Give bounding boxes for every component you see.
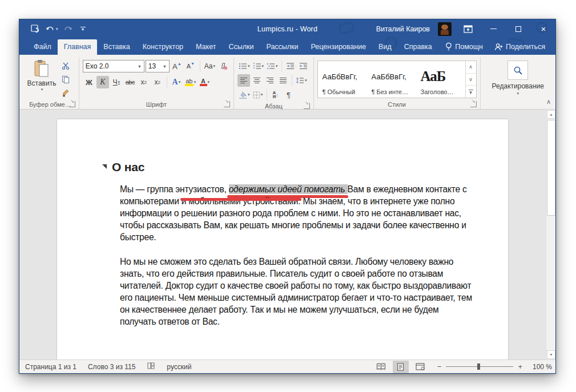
scroll-up-button[interactable]: ▲ [547,110,555,119]
document-page[interactable]: О нас Мы — группа энтузиастов, одержимых… [57,119,508,359]
collapse-ribbon-button[interactable]: ∧ [546,98,551,106]
style-no-spacing[interactable]: АаБбВвГг, ¶ Без инте… [367,61,416,98]
gallery-more-button[interactable]: ▾ [466,86,476,98]
language-status[interactable]: русский [167,363,191,371]
cut-button[interactable] [59,59,72,72]
undo-button[interactable]: ▾ [46,25,58,33]
scissors-icon [62,62,70,70]
minimize-button[interactable] [485,22,502,36]
tab-file[interactable]: Файл [27,39,58,55]
tab-insert[interactable]: Вставка [97,39,136,55]
align-right-button[interactable] [264,74,276,87]
paragraph-dialog-launcher[interactable] [304,103,310,109]
web-layout-button[interactable] [412,361,428,373]
style-heading1[interactable]: АаБ Заголово… [416,61,465,98]
paint-bucket-icon [239,91,247,99]
word-count-status[interactable]: Слово 3 из 115 [88,363,135,371]
font-name-combo[interactable]: Exo 2.0 ▼ [83,60,144,72]
font-size-combo[interactable]: 13 ▼ [146,60,170,72]
p1-selected-phrase[interactable]: одержимых идеей помогать [229,184,348,194]
shading-button[interactable]: ▾ [237,88,251,101]
clear-formatting-button[interactable] [217,60,230,72]
align-center-button[interactable] [251,74,263,87]
styles-dialog-launcher[interactable] [470,101,477,107]
copy-button[interactable] [59,73,72,86]
tell-me-button[interactable]: Помощн [441,39,488,55]
page-count-status[interactable]: Страница 1 из 1 [25,363,76,371]
clipboard-dialog-launcher[interactable] [69,101,75,107]
close-button[interactable]: × [535,22,552,36]
paste-button[interactable]: Вставить ▾ [25,58,58,99]
superscript-button[interactable]: x2 [151,76,164,88]
zoom-in-button[interactable]: + [518,362,522,371]
show-marks-button[interactable]: ¶ [283,88,295,101]
maximize-button[interactable] [510,22,527,36]
save-icon[interactable] [31,25,40,33]
read-mode-button[interactable] [373,361,389,373]
document-heading[interactable]: О нас [112,160,508,174]
customize-qat-button[interactable]: ▾ [80,27,86,31]
account-name[interactable]: Виталий Каиров [376,25,430,33]
format-painter-button[interactable] [59,87,72,99]
paragraph-1[interactable]: Мы — группа энтузиастов, одержимых идеей… [120,183,476,243]
proofing-status[interactable] [147,362,155,372]
chevron-down-icon: ▼ [138,64,142,68]
borders-button[interactable]: ▾ [252,88,264,101]
style-normal[interactable]: АаБбВвГг, ¶ Обычный [318,61,367,98]
font-dialog-launcher[interactable] [224,101,230,107]
chevron-down-icon: ▾ [41,87,43,92]
tab-home[interactable]: Главная [58,39,98,55]
align-left-icon [240,77,248,84]
font-color-button[interactable]: А ▾ [198,76,211,88]
tab-view[interactable]: Вид [372,39,398,55]
zoom-slider-thumb[interactable] [477,363,480,370]
multilevel-list-button[interactable]: ▾ [265,60,279,72]
sort-button[interactable]: А Я ↓ [269,88,282,101]
divider [200,60,200,72]
editing-dropdown-button[interactable]: Редактирование ▾ [484,58,552,99]
gallery-scroll-down-button[interactable]: ∨ [466,74,476,86]
align-left-button[interactable] [237,74,250,87]
vertical-scrollbar[interactable]: ▲ ▼ [546,110,555,359]
underline-button[interactable]: Ч▾ [110,76,123,88]
italic-button[interactable]: К [96,76,109,88]
scrollbar-thumb[interactable] [547,120,555,216]
tab-review[interactable]: Рецензирование [305,39,373,55]
tab-design[interactable]: Конструктор [136,39,190,55]
paragraph-group-label: Абзац [265,103,283,110]
text-highlight-button[interactable]: ab ▾ [184,76,198,88]
find-button[interactable] [507,60,528,80]
ribbon-display-options-button[interactable] [460,22,477,36]
numbering-button[interactable]: ▾ [252,60,265,72]
line-spacing-button[interactable]: ▾ [295,74,308,87]
change-case-button[interactable]: Aa▾ [203,60,216,72]
increase-indent-button[interactable] [297,60,310,72]
strikethrough-button[interactable]: abc [124,76,136,88]
justify-button[interactable] [277,74,289,87]
account-avatar[interactable] [438,22,452,36]
tab-help[interactable]: Справка [398,39,438,55]
share-button[interactable]: Поделиться [490,39,550,55]
undo-dropdown-icon[interactable]: ▾ [56,27,58,31]
tab-mailings[interactable]: Рассылки [260,39,304,55]
tab-references[interactable]: Ссылки [222,39,260,55]
print-layout-button[interactable] [393,361,409,373]
decrease-indent-button[interactable] [284,60,297,72]
zoom-percent[interactable]: 100 % [529,363,552,371]
paragraph-group: ▾ ▾ ▾ [233,57,313,109]
zoom-slider[interactable] [446,366,513,367]
zoom-out-button[interactable]: − [437,362,442,371]
paragraph-2[interactable]: Но мы не сможем это сделать без Вашей об… [120,256,476,328]
text-effects-button[interactable]: A▾ [170,76,183,88]
font-size-value: 13 [148,62,156,70]
tab-layout[interactable]: Макет [190,39,222,55]
bold-button[interactable]: Ж [83,76,95,88]
redo-button[interactable] [64,25,72,33]
document-body[interactable]: Мы — группа энтузиастов, одержимых идеей… [120,183,476,328]
grow-font-button[interactable]: A▲ [171,60,183,72]
shrink-font-button[interactable]: A▼ [184,60,197,72]
gallery-scroll-up-button[interactable]: ∧ [466,61,476,74]
subscript-button[interactable]: x2 [138,76,150,88]
scroll-down-button[interactable]: ▼ [547,350,555,359]
bullets-button[interactable]: ▾ [237,60,251,72]
